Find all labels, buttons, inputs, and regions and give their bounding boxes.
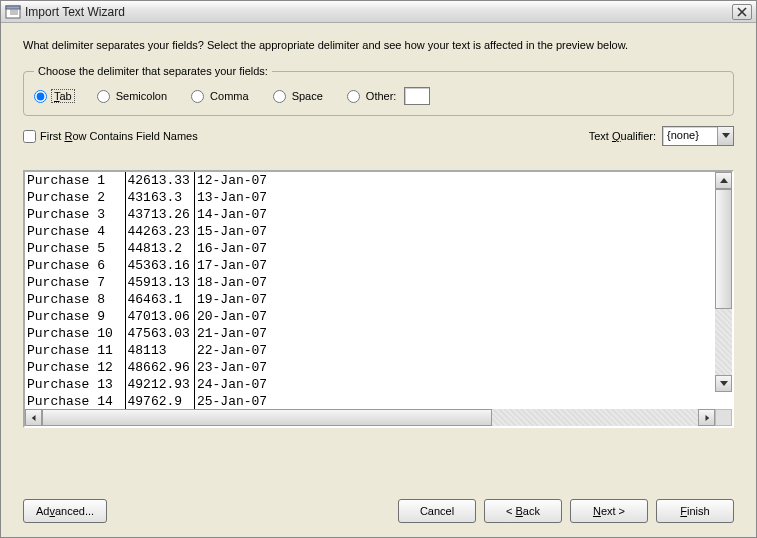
radio-tab[interactable]	[34, 90, 47, 103]
preview-cell: 49212.93	[125, 376, 194, 393]
radio-other[interactable]	[347, 90, 360, 103]
preview-cell: Purchase 7	[25, 274, 125, 291]
chevron-up-icon	[720, 178, 728, 184]
svg-marker-7	[722, 133, 730, 138]
preview-cell: 47563.03	[125, 325, 194, 342]
preview-cell: 24-Jan-07	[194, 376, 274, 393]
first-row-checkbox-wrap[interactable]: First Row Contains Field Names	[23, 130, 198, 143]
delimiter-legend: Choose the delimiter that separates your…	[34, 65, 272, 77]
scroll-v-track[interactable]	[715, 189, 732, 375]
instruction-text: What delimiter separates your fields? Se…	[23, 39, 734, 51]
radio-tab-label: Tab	[51, 89, 75, 103]
preview-cell: Purchase 5	[25, 240, 125, 257]
radio-semicolon-label: Semicolon	[114, 90, 169, 102]
radio-comma-label: Comma	[208, 90, 251, 102]
preview-cell: Purchase 6	[25, 257, 125, 274]
table-row: Purchase 1047563.0321-Jan-07	[25, 325, 274, 342]
preview-cell: 22-Jan-07	[194, 342, 274, 359]
close-icon	[737, 7, 747, 17]
table-row: Purchase 4 44263.2315-Jan-07	[25, 223, 274, 240]
scroll-h-track[interactable]	[42, 409, 698, 426]
preview-cell: 46463.1	[125, 291, 194, 308]
preview-cell: Purchase 14	[25, 393, 125, 409]
radio-semicolon[interactable]	[97, 90, 110, 103]
chevron-left-icon	[30, 415, 38, 421]
preview-cell: 16-Jan-07	[194, 240, 274, 257]
scroll-v-thumb[interactable]	[715, 189, 732, 309]
table-row: Purchase 1349212.9324-Jan-07	[25, 376, 274, 393]
preview-cell: Purchase 12	[25, 359, 125, 376]
scroll-corner	[715, 409, 732, 426]
preview-cell: Purchase 2	[25, 189, 125, 206]
preview-cell: 18-Jan-07	[194, 274, 274, 291]
scroll-h-thumb[interactable]	[42, 409, 492, 426]
preview-cell: 12-Jan-07	[194, 172, 274, 189]
radio-space[interactable]	[273, 90, 286, 103]
table-row: Purchase 9 47013.0620-Jan-07	[25, 308, 274, 325]
vertical-scrollbar[interactable]	[715, 172, 732, 392]
scroll-down-button[interactable]	[715, 375, 732, 392]
titlebar-title: Import Text Wizard	[25, 5, 125, 19]
preview-cell: 44263.23	[125, 223, 194, 240]
delimiter-groupbox: Choose the delimiter that separates your…	[23, 65, 734, 116]
footer-buttons: Advanced... Cancel < Back Next > Finish	[1, 489, 756, 537]
table-row: Purchase 1 42613.3312-Jan-07	[25, 172, 274, 189]
preview-cell: 43163.3	[125, 189, 194, 206]
radio-space-wrap[interactable]: Space	[273, 90, 325, 103]
svg-rect-1	[6, 6, 20, 9]
scroll-right-button[interactable]	[698, 409, 715, 426]
preview-panel: Purchase 1 42613.3312-Jan-07Purchase 2 4…	[23, 170, 734, 428]
table-row: Purchase 5 44813.216-Jan-07	[25, 240, 274, 257]
close-button[interactable]	[732, 4, 752, 20]
text-qualifier-combo[interactable]: {none}	[662, 126, 734, 146]
first-row-checkbox[interactable]	[23, 130, 36, 143]
table-row: Purchase 114811322-Jan-07	[25, 342, 274, 359]
preview-cell: 25-Jan-07	[194, 393, 274, 409]
horizontal-scrollbar[interactable]	[25, 409, 732, 426]
other-delimiter-input[interactable]	[404, 87, 430, 105]
radio-comma[interactable]	[191, 90, 204, 103]
finish-button[interactable]: Finish	[656, 499, 734, 523]
titlebar: Import Text Wizard	[1, 1, 756, 23]
svg-marker-11	[705, 415, 709, 421]
preview-cell: Purchase 11	[25, 342, 125, 359]
text-qualifier-dropdown-button[interactable]	[717, 127, 733, 145]
preview-cell: Purchase 10	[25, 325, 125, 342]
scroll-left-button[interactable]	[25, 409, 42, 426]
preview-table: Purchase 1 42613.3312-Jan-07Purchase 2 4…	[25, 172, 274, 409]
preview-cell: 20-Jan-07	[194, 308, 274, 325]
app-icon	[5, 4, 21, 20]
import-text-wizard-window: Import Text Wizard What delimiter separa…	[0, 0, 757, 538]
preview-cell: 47013.06	[125, 308, 194, 325]
radio-tab-wrap[interactable]: Tab	[34, 89, 75, 103]
preview-cell: 21-Jan-07	[194, 325, 274, 342]
preview-cell: 45363.16	[125, 257, 194, 274]
radio-comma-wrap[interactable]: Comma	[191, 90, 251, 103]
radio-other-label: Other:	[364, 90, 399, 102]
next-button[interactable]: Next >	[570, 499, 648, 523]
preview-cell: Purchase 8	[25, 291, 125, 308]
preview-cell: 14-Jan-07	[194, 206, 274, 223]
svg-marker-8	[720, 178, 728, 183]
back-button[interactable]: < Back	[484, 499, 562, 523]
radio-space-label: Space	[290, 90, 325, 102]
preview-cell: 19-Jan-07	[194, 291, 274, 308]
cancel-button[interactable]: Cancel	[398, 499, 476, 523]
preview-cell: Purchase 9	[25, 308, 125, 325]
table-row: Purchase 2 43163.313-Jan-07	[25, 189, 274, 206]
preview-cell: Purchase 1	[25, 172, 125, 189]
table-row: Purchase 7 45913.1318-Jan-07	[25, 274, 274, 291]
radio-other-wrap[interactable]: Other:	[347, 87, 431, 105]
text-qualifier-value: {none}	[663, 127, 717, 145]
table-row: Purchase 3 43713.2614-Jan-07	[25, 206, 274, 223]
preview-cell: 49762.9	[125, 393, 194, 409]
svg-marker-9	[720, 381, 728, 386]
content-area: What delimiter separates your fields? Se…	[1, 23, 756, 489]
radio-semicolon-wrap[interactable]: Semicolon	[97, 90, 169, 103]
chevron-down-icon	[722, 133, 730, 139]
scroll-up-button[interactable]	[715, 172, 732, 189]
preview-cell: 13-Jan-07	[194, 189, 274, 206]
preview-cell: 43713.26	[125, 206, 194, 223]
first-row-checkbox-label: First Row Contains Field Names	[40, 130, 198, 142]
advanced-button[interactable]: Advanced...	[23, 499, 107, 523]
